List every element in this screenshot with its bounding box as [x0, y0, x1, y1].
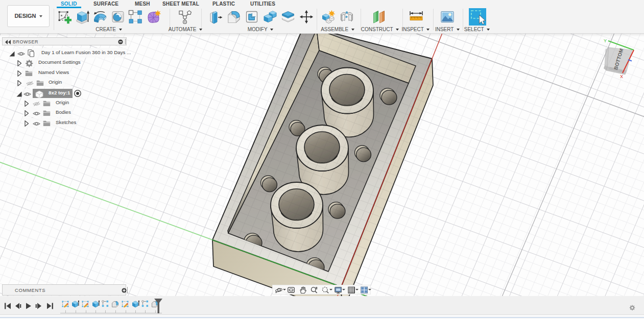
svg-text:Y: Y	[604, 38, 607, 43]
svg-text:X: X	[620, 74, 623, 79]
